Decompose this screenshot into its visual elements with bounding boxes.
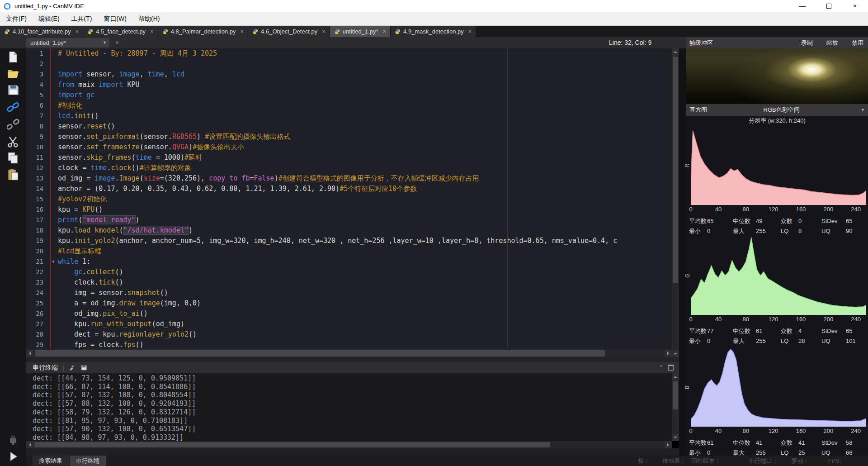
code-line-6[interactable]: 6#初始化 [26,100,672,111]
terminal-horizontal-scrollbar[interactable] [26,441,672,448]
terminal-vertical-scrollbar[interactable] [672,373,679,441]
code-line-26[interactable]: 26 od_img.pix_to_ai() [26,309,672,319]
code-line-27[interactable]: 27 kpu.run_with_output(od_img) [26,319,672,329]
code-line-5[interactable]: 5import gc [26,90,672,100]
scrollbar-thumb[interactable] [34,442,550,447]
scroll-left-icon[interactable] [26,441,33,448]
scroll-right-icon[interactable] [665,441,672,448]
scroll-left-icon[interactable] [26,350,33,357]
tab-close-icon[interactable]: × [75,28,79,35]
run-script-icon[interactable] [7,450,19,463]
tab-untitled_1.py*[interactable]: untitled_1.py*× [330,26,391,37]
code-line-22[interactable]: 22 gc.collect() [26,267,672,277]
minimize-button[interactable]: — [789,0,816,12]
code-line-4[interactable]: 4from maix import KPU [26,80,672,90]
tab-4.9_mask_detection.py[interactable]: 4.9_mask_detection.py× [391,26,476,37]
scroll-down-icon[interactable] [672,350,679,357]
cut-icon[interactable] [7,135,19,148]
document-close-button[interactable]: × [112,38,122,48]
scroll-up-icon[interactable] [672,373,679,380]
clear-terminal-icon[interactable] [69,364,76,371]
code-line-9[interactable]: 9sensor.set_pixformat(sensor.RGB565) #设置… [26,132,672,142]
code-line-25[interactable]: 25 a = od_img.draw_image(img, 0,0) [26,298,672,309]
tab-4.5_face_detect.py[interactable]: 4.5_face_detect.py× [83,26,158,37]
tab-close-icon[interactable]: × [150,28,154,35]
serial-port-icon[interactable] [7,433,19,446]
scrollbar-thumb[interactable] [673,381,678,409]
code-text: kpu.init_yolo2(anchor, anchor_num=5, img… [58,236,617,246]
close-button[interactable]: × [842,0,868,12]
menu-item[interactable]: 帮助(H) [132,12,165,25]
code-line-7[interactable]: 7lcd.init() [26,111,672,121]
code-line-8[interactable]: 8sensor.reset() [26,121,672,132]
code-text: od_img = image.Image(size=(320,256), cop… [58,173,479,184]
tab-label: 4.10_face_attribute.py [13,28,71,35]
zoom-button[interactable]: 缩放 [826,39,838,47]
paste-icon[interactable] [7,168,19,181]
menu-item[interactable]: 编辑(E) [33,12,66,25]
menu-item[interactable]: 窗口(W) [98,12,132,25]
code-editor[interactable]: 1# Untitled - By: 28897 - 周四 4月 3 202523… [26,48,672,349]
code-line-21[interactable]: 21▼while 1: [26,257,672,267]
disconnect-icon[interactable] [7,118,19,131]
code-line-18[interactable]: 18kpu.load_kmodel("/sd/hat.kmodel") [26,225,672,236]
tab-close-icon[interactable]: × [468,28,472,35]
tab-close-icon[interactable]: × [322,28,326,35]
editor-horizontal-scrollbar[interactable] [26,349,672,357]
scrollbar-thumb[interactable] [35,350,605,357]
code-line-1[interactable]: 1# Untitled - By: 28897 - 周四 4月 3 2025 [26,48,672,59]
disable-button[interactable]: 禁用 [852,39,863,47]
record-button[interactable]: 录制 [801,39,813,47]
code-line-13[interactable]: 13od_img = image.Image(size=(320,256), c… [26,173,672,184]
collapse-panel-icon[interactable]: ⌃ [659,364,664,371]
copy-icon[interactable] [7,152,19,164]
open-file-icon[interactable] [7,67,19,80]
scroll-up-icon[interactable] [672,48,679,56]
code-line-20[interactable]: 20#lcd显示标框 [26,246,672,257]
tab-4.6_Object_Detect.py[interactable]: 4.6_Object_Detect.py× [248,26,330,37]
maximize-button[interactable] [816,0,842,12]
serial-terminal-output[interactable]: dect: [[44, 73, 154, 125, 0, 0.9509851]]… [26,373,672,441]
scroll-right-icon[interactable] [665,350,672,357]
stat-label: 平均数 [689,326,707,336]
code-line-2[interactable]: 2 [26,59,672,69]
bottom-tab-串行终端[interactable]: 串行终端 [70,456,106,466]
panel-splitter[interactable] [26,357,679,362]
new-file-icon[interactable] [7,51,19,63]
status-label: 传感器： [662,456,686,466]
menu-item[interactable]: 工具(T) [66,12,98,25]
code-line-16[interactable]: 16kpu = KPU() [26,204,672,215]
code-line-14[interactable]: 14anchor = (0.17, 0.20, 0.35, 0.43, 0.62… [26,184,672,194]
save-log-icon[interactable] [80,364,87,371]
colorspace-select[interactable]: RGB色彩空间 [764,104,800,116]
line-number: 16 [26,204,49,215]
code-line-17[interactable]: 17print("model ready") [26,215,672,225]
tab-4.10_face_attribute.py[interactable]: 4.10_face_attribute.py× [0,26,83,37]
code-line-10[interactable]: 10sensor.set_framesize(sensor.QVGA)#摄像头输… [26,142,672,152]
stat-value: 65 [707,216,713,226]
code-line-23[interactable]: 23 clock.tick() [26,277,672,288]
code-line-19[interactable]: 19kpu.init_yolo2(anchor, anchor_num=5, i… [26,236,672,246]
editor-vertical-scrollbar[interactable] [672,48,679,357]
expand-panel-icon[interactable] [668,365,674,371]
code-line-3[interactable]: 3import sensor, image, time, lcd [26,69,672,80]
code-line-12[interactable]: 12clock = time.clock()#计算帧率的对象 [26,163,672,173]
code-line-24[interactable]: 24 img = sensor.snapshot() [26,288,672,298]
code-line-29[interactable]: 29 fps = clock.fps() [26,340,672,349]
code-line-15[interactable]: 15#yolov2初始化 [26,194,672,204]
chevron-down-icon[interactable]: ▼ [861,104,865,116]
connect-icon[interactable] [7,101,19,114]
code-line-11[interactable]: 11sensor.skip_frames(time = 1000)#延时 [26,152,672,163]
vertical-divider[interactable] [679,48,686,456]
menu-item[interactable]: 文件(F) [0,12,33,25]
code-line-28[interactable]: 28 dect = kpu.regionlayer_yolo2() [26,329,672,340]
save-icon[interactable] [7,84,19,96]
tab-close-icon[interactable]: × [241,28,244,35]
scrollbar-thumb[interactable] [673,57,678,283]
tab-4.8_Palmar_detection.py[interactable]: 4.8_Palmar_detection.py× [158,26,248,37]
code-text: sensor.skip_frames(time = 1000)#延时 [58,152,202,163]
tab-close-icon[interactable]: × [383,28,387,35]
document-selector[interactable]: untitled_1.py* ▼ [26,38,109,48]
scroll-down-icon[interactable] [672,434,679,441]
bottom-tab-搜索结果[interactable]: 搜索结果 [33,456,69,466]
